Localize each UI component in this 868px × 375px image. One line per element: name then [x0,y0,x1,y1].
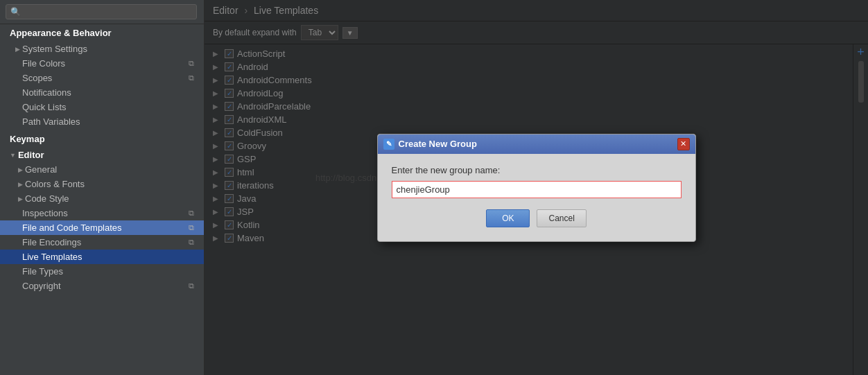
copy-icon: ⧉ [189,223,194,232]
search-icon: 🔍 [10,7,21,17]
dialog-label: Enter the new group name: [392,165,682,175]
copy-icon: ⧉ [189,73,194,82]
create-group-dialog: ✎ Create New Group ✕ Enter the new group… [377,134,696,242]
cancel-button[interactable]: Cancel [537,209,586,227]
group-name-input[interactable] [392,181,682,198]
chevron-right-icon: ▶ [18,166,23,173]
sidebar-item-file-types[interactable]: File Types [0,264,204,279]
sidebar-item-notifications[interactable]: Notifications [0,85,204,100]
chevron-right-icon: ▶ [18,195,23,202]
search-box: 🔍 [6,4,197,19]
sidebar-item-scopes[interactable]: Scopes ⧉ [0,71,204,85]
sidebar-item-path-variables[interactable]: Path Variables [0,114,204,129]
sidebar-item-quick-lists[interactable]: Quick Lists [0,100,204,114]
copy-icon: ⧉ [189,59,194,68]
copy-icon: ⧉ [189,238,194,247]
chevron-right-icon: ▶ [18,181,23,188]
sidebar-item-inspections[interactable]: Inspections ⧉ [0,206,204,220]
sidebar-item-live-templates[interactable]: Live Templates [0,250,204,264]
sidebar-item-colors-fonts[interactable]: ▶ Colors & Fonts [0,177,204,191]
sidebar: Appearance & Behavior ▶ System Settings … [0,24,204,375]
dialog-body: Enter the new group name: OK Cancel [378,154,695,241]
sidebar-item-system-settings[interactable]: ▶ System Settings [0,42,204,56]
sidebar-section-keymap[interactable]: Keymap [0,130,204,148]
search-input[interactable] [24,7,192,17]
sidebar-item-file-code-templates[interactable]: File and Code Templates ⧉ [0,220,204,235]
dialog-overlay: ✎ Create New Group ✕ Enter the new group… [205,0,868,375]
dialog-title: ✎ Create New Group [383,139,477,150]
copy-icon: ⧉ [189,281,194,290]
dialog-title-bar: ✎ Create New Group ✕ [378,134,695,154]
dialog-buttons: OK Cancel [392,209,682,227]
sidebar-item-copyright[interactable]: Copyright ⧉ [0,279,204,293]
ok-button[interactable]: OK [486,209,530,227]
sidebar-item-file-colors[interactable]: File Colors ⧉ [0,56,204,71]
dialog-icon: ✎ [383,139,394,150]
sidebar-item-code-style[interactable]: ▶ Code Style [0,191,204,206]
sidebar-item-file-encodings[interactable]: File Encodings ⧉ [0,235,204,250]
sidebar-section-appearance[interactable]: Appearance & Behavior [0,24,204,42]
chevron-right-icon: ▶ [15,46,20,53]
chevron-down-icon: ▼ [10,152,16,159]
copy-icon: ⧉ [189,209,194,218]
sidebar-item-general[interactable]: ▶ General [0,162,204,177]
dialog-close-button[interactable]: ✕ [677,138,690,150]
sidebar-section-editor[interactable]: ▼ Editor [0,148,204,162]
